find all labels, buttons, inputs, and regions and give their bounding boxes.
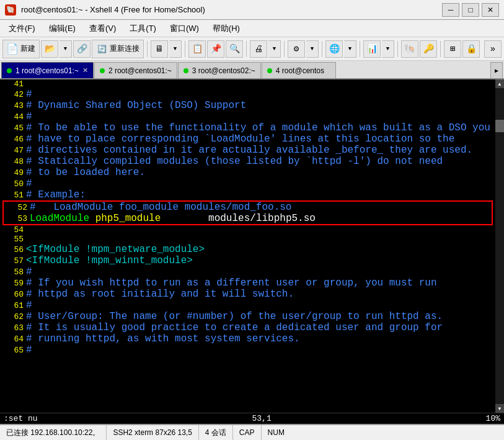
- table-row: 55: [0, 235, 495, 244]
- toolbar: 📄 新建 📂 ▼ 🔗 🔄 重新连接 🖥 ▼ 📋 📌 🔍 🖨 ▼ ⚙ ▼ 🌐 ▼ …: [0, 37, 504, 61]
- globe-dropdown[interactable]: ▼: [344, 40, 356, 58]
- search-button[interactable]: 🔍: [226, 40, 243, 58]
- toolbar-separator-3: [246, 41, 247, 57]
- scroll-up[interactable]: ▲: [495, 79, 504, 88]
- layout-dropdown[interactable]: ▼: [306, 40, 319, 58]
- num-indicator: NUM: [262, 425, 291, 440]
- sessions-text: 4 会话: [205, 428, 226, 438]
- tab-1[interactable]: 1 root@centos01:~ ✕: [1, 62, 94, 78]
- minimize-button[interactable]: ─: [442, 3, 459, 17]
- toolbar-separator-1: [147, 41, 148, 57]
- more-button[interactable]: »: [484, 40, 502, 58]
- script-button[interactable]: 🐚: [401, 40, 418, 58]
- terminal[interactable]: 4142#43# Dynamic Shared Object (DSO) Sup…: [0, 79, 504, 413]
- maximize-button[interactable]: □: [462, 3, 479, 17]
- tab-2[interactable]: 2 root@centos01:~: [94, 62, 177, 78]
- toolbar-separator-2: [185, 41, 185, 57]
- toolbar-separator-7: [397, 41, 398, 57]
- protocol-text: SSH2 xterm 87x26 13,5: [113, 428, 192, 437]
- menu-window[interactable]: 窗口(W): [164, 21, 205, 36]
- table-row: 48# Statically compiled modules (those l…: [0, 156, 495, 167]
- table-row: 65#: [0, 344, 495, 356]
- cap-indicator: CAP: [233, 425, 262, 440]
- layout-button[interactable]: ⚙: [288, 40, 305, 58]
- scroll-track[interactable]: [495, 88, 504, 404]
- menu-help[interactable]: 帮助(H): [206, 21, 246, 36]
- table-row: 60# httpd as root initially and it will …: [0, 289, 495, 300]
- tab-dot-1: [7, 68, 12, 73]
- table-row: 41: [0, 79, 495, 89]
- tab-4[interactable]: 4 root@centos: [262, 62, 336, 78]
- connection-status: 已连接 192.168.100.10:22。: [0, 425, 107, 440]
- print-dropdown[interactable]: ▼: [268, 40, 281, 58]
- menu-file[interactable]: 文件(F): [2, 21, 42, 36]
- paste-button[interactable]: 📌: [207, 40, 224, 58]
- reconnect-icon: 🔄: [96, 43, 107, 55]
- table-row: 63# It is usually good practice to creat…: [0, 322, 495, 333]
- monitor-button[interactable]: 🖥: [151, 40, 168, 58]
- terminal-lines: 4142#43# Dynamic Shared Object (DSO) Sup…: [0, 79, 504, 356]
- scroll-thumb[interactable]: [495, 120, 504, 132]
- table-row: 45# To be able to use the functionality …: [0, 122, 495, 133]
- reconnect-button[interactable]: 🔄 重新连接: [92, 40, 144, 58]
- terminal-status-bar: :set nu 53,1 10%: [0, 413, 504, 424]
- toolbar-separator-8: [440, 41, 441, 57]
- table-row: 56<IfModule !mpm_netware_module>: [0, 244, 495, 255]
- table-row: 43# Dynamic Shared Object (DSO) Support: [0, 100, 495, 111]
- monitor-dropdown[interactable]: ▼: [169, 40, 182, 58]
- menu-view[interactable]: 查看(V): [83, 21, 122, 36]
- close-button[interactable]: ✕: [482, 3, 499, 17]
- table-row: 42#: [0, 89, 495, 100]
- title-bar: 🐚 root@centos01:~ - Xshell 4 (Free for H…: [0, 0, 504, 20]
- tab-label-4: 4 root@centos: [276, 66, 324, 75]
- auth-button[interactable]: 🔑: [420, 40, 437, 58]
- tab-dot-2: [100, 68, 105, 73]
- tab-dot-4: [267, 68, 272, 73]
- copy-button[interactable]: 📋: [188, 40, 206, 58]
- table-row: 57<IfModule !mpm_winnt_module>: [0, 255, 495, 266]
- globe-button[interactable]: 🌐: [325, 40, 343, 58]
- table-row: 49# to be loaded here.: [0, 167, 495, 178]
- table-row: 59# If you wish httpd to run as a differ…: [0, 277, 495, 289]
- tab-label-3: 3 root@centos02:~: [192, 66, 255, 75]
- status-bar: 已连接 192.168.100.10:22。 SSH2 xterm 87x26 …: [0, 424, 504, 440]
- new-button[interactable]: 📄 新建: [2, 40, 40, 58]
- highlighted-code-block: 52# LoadModule foo_module modules/mod_fo…: [2, 200, 493, 225]
- folder-button[interactable]: 📂: [41, 40, 58, 58]
- table-row: 46# have to place corresponding `LoadMod…: [0, 133, 495, 145]
- scrollbar[interactable]: ▲ ▼: [495, 79, 504, 413]
- protocol-status: SSH2 xterm 87x26 13,5: [107, 425, 198, 440]
- lock-button[interactable]: 🔒: [462, 40, 480, 58]
- table-row: 54: [0, 225, 495, 235]
- menu-tools[interactable]: 工具(T): [123, 21, 162, 36]
- scroll-down[interactable]: ▼: [495, 404, 504, 413]
- transfer-dropdown[interactable]: ▼: [382, 40, 394, 58]
- table-row: 64# running httpd, as with most system s…: [0, 333, 495, 344]
- table-row: 53LoadModule php5_module modules/libphp5…: [4, 213, 492, 224]
- table-row: 50#: [0, 178, 495, 189]
- tab-scroll-arrow[interactable]: ▶: [490, 62, 503, 78]
- tab-dot-3: [183, 68, 188, 73]
- connect-button[interactable]: 🔗: [73, 40, 91, 58]
- new-icon: 📄: [7, 43, 18, 55]
- tab-3[interactable]: 3 root@centos02:~: [178, 62, 261, 78]
- sessions-status: 4 会话: [199, 425, 233, 440]
- scroll-percent: 10%: [486, 414, 500, 423]
- transfer-button[interactable]: 📊: [363, 40, 381, 58]
- app-icon: 🐚: [5, 4, 16, 16]
- menu-edit[interactable]: 编辑(E): [43, 21, 82, 36]
- table-row: 47# directives contained in it are actua…: [0, 145, 495, 156]
- cursor-position: 53,1: [252, 414, 271, 423]
- tab-label-2: 2 root@centos01:~: [108, 66, 172, 75]
- table-row: 44#: [0, 111, 495, 122]
- toolbar-separator-5: [322, 41, 322, 57]
- tab-label-1: 1 root@centos01:~: [15, 66, 79, 75]
- table-row: 62# User/Group: The name (or #number) of…: [0, 311, 495, 322]
- menu-bar: 文件(F) 编辑(E) 查看(V) 工具(T) 窗口(W) 帮助(H): [0, 20, 504, 37]
- grid-button[interactable]: ⊞: [444, 40, 461, 58]
- folder-dropdown[interactable]: ▼: [60, 40, 72, 58]
- toolbar-separator-6: [360, 41, 360, 57]
- print-button[interactable]: 🖨: [250, 40, 267, 58]
- tab-close-1[interactable]: ✕: [82, 66, 88, 74]
- table-row: 52# LoadModule foo_module modules/mod_fo…: [4, 202, 492, 213]
